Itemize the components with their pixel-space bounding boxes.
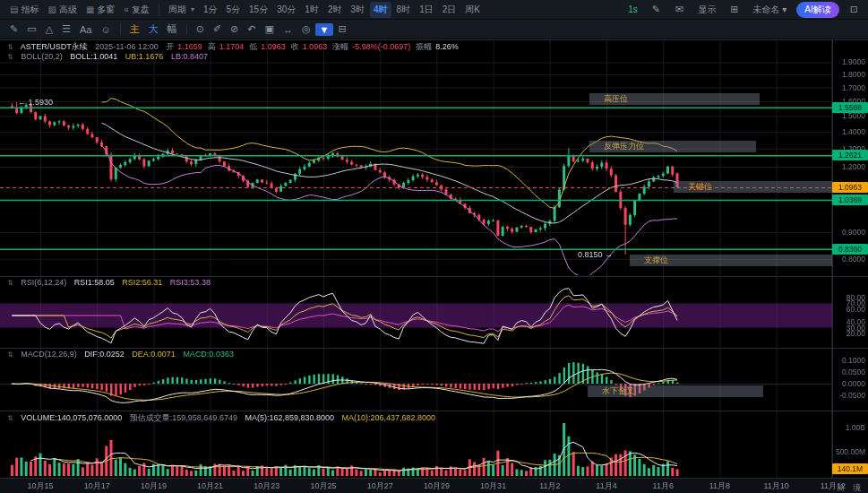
chart-canvas[interactable] bbox=[0, 0, 868, 493]
drawing-tools-group: ✎▭△☰Aa☺主大幅⊙✐⊘↶▣↔◎▼⊟ bbox=[5, 22, 351, 37]
time-axis-label: 11月10 bbox=[757, 480, 796, 492]
chevron-down-icon: ▾ bbox=[191, 5, 194, 13]
timeframe-3时[interactable]: 3时 bbox=[347, 2, 368, 18]
large-chart-button[interactable]: 大 bbox=[144, 22, 163, 37]
multi-window-button[interactable]: ▦多窗 bbox=[82, 2, 119, 18]
time-axis-label: 10月25 bbox=[304, 480, 343, 492]
trading-app: ▤指标▧高级▦多窗«复盘 周期 ▾ 1分5分15分30分1时2时3时4时8时1日… bbox=[0, 0, 868, 493]
timeframe-2时[interactable]: 2时 bbox=[324, 2, 346, 18]
replay-button[interactable]: «复盘 bbox=[119, 2, 154, 18]
annotation-水下金叉: 水下金叉 bbox=[588, 385, 763, 397]
price-marker: ← 1.5930 bbox=[18, 98, 53, 107]
timeframe-2日[interactable]: 2日 bbox=[439, 2, 460, 18]
region-button[interactable]: 境 bbox=[853, 482, 861, 493]
level-price-badge: 0.8360 bbox=[832, 244, 868, 255]
time-axis-label: 11月8 bbox=[700, 480, 739, 492]
macd-axis-label: 0.0500 bbox=[833, 368, 865, 376]
time-axis-label: 10月15 bbox=[21, 480, 60, 492]
current-price-badge: 1.0963 bbox=[832, 182, 868, 193]
time-axis-label: 11月4 bbox=[587, 480, 626, 492]
trash-icon[interactable]: ⊟ bbox=[333, 22, 350, 36]
time-axis-label: 10月27 bbox=[360, 480, 400, 492]
time-axis-label: 10月23 bbox=[247, 480, 287, 492]
lang-simplified-button[interactable]: 简 bbox=[837, 482, 845, 493]
ai-explain-button[interactable]: AI解读 bbox=[796, 2, 838, 18]
display-button[interactable]: 显示 bbox=[694, 3, 719, 17]
price-marker: 0.8150 → bbox=[578, 250, 613, 259]
layout-grid-icon[interactable]: ⊞ bbox=[726, 3, 743, 16]
volume-current-badge: 140.1M bbox=[832, 463, 868, 474]
timeframe-周K[interactable]: 周K bbox=[461, 2, 484, 18]
price-axis-label: 0.9000 bbox=[833, 228, 865, 237]
filter-icon[interactable]: ▼ bbox=[315, 23, 334, 36]
annotation-支撑位: 支撑位 bbox=[630, 255, 832, 266]
level-price-badge: 1.5588 bbox=[832, 102, 868, 113]
level-price-badge: 1.2621 bbox=[832, 150, 868, 160]
multi-window-icon: ▦ bbox=[86, 4, 94, 14]
macd-axis-label: 0.0000 bbox=[833, 379, 865, 388]
indicators-button[interactable]: ▤指标 bbox=[5, 2, 43, 18]
annotation-反弹压力位: 反弹压力位 bbox=[589, 141, 756, 152]
timeframe-1日[interactable]: 1日 bbox=[416, 2, 437, 18]
timeframe-4时[interactable]: 4时 bbox=[370, 2, 391, 18]
top-toolbar-right: 1s✎✉显示⊞未命名 ▾AI解读⊡ bbox=[624, 2, 863, 18]
price-axis-label: 1.8000 bbox=[833, 70, 865, 79]
magnet-icon[interactable]: ⊙ bbox=[192, 22, 209, 36]
panel-icon[interactable]: ▣ bbox=[261, 22, 279, 36]
message-icon[interactable]: ✉ bbox=[671, 3, 688, 16]
volume-axis-label: 500.00M bbox=[833, 447, 865, 456]
rsi-axis-label: 60.00 bbox=[833, 305, 865, 314]
timeframe-8时[interactable]: 8时 bbox=[393, 2, 415, 18]
triangle-icon[interactable]: △ bbox=[41, 22, 57, 36]
timeframe-30分[interactable]: 30分 bbox=[273, 2, 299, 18]
unnamed-layout-dropdown[interactable]: 未命名 ▾ bbox=[750, 3, 791, 17]
brush-icon[interactable]: ✐ bbox=[209, 22, 226, 36]
timeframe-1分[interactable]: 1分 bbox=[200, 2, 221, 18]
period-label: 周期 bbox=[168, 4, 186, 16]
time-axis-label: 10月19 bbox=[133, 480, 173, 492]
time-axis-label: 10月29 bbox=[417, 480, 456, 492]
period-dropdown[interactable]: 周期 ▾ bbox=[164, 2, 199, 18]
measure-icon[interactable]: ↔ bbox=[279, 23, 297, 36]
replay-button-label: 复盘 bbox=[132, 4, 150, 16]
undo-icon[interactable]: ↶ bbox=[243, 22, 260, 36]
rectangle-icon[interactable]: ▭ bbox=[22, 22, 40, 36]
interval-1s-label[interactable]: 1s bbox=[624, 4, 641, 15]
multi-window-button-label: 多窗 bbox=[97, 4, 115, 16]
macd-axis-label: 0.1000 bbox=[833, 356, 865, 365]
advanced-icon: ▧ bbox=[47, 4, 56, 14]
time-axis-label: 10月21 bbox=[191, 480, 230, 492]
main-chart-button[interactable]: 主 bbox=[125, 22, 144, 37]
price-axis-label: 1.7000 bbox=[833, 83, 865, 92]
screenshot-icon[interactable]: ⊡ bbox=[846, 3, 863, 16]
timeframe-1时[interactable]: 1时 bbox=[301, 2, 322, 18]
timeframe-group: 1分5分15分30分1时2时3时4时8时1日2日周K bbox=[199, 2, 485, 18]
advanced-button[interactable]: ▧高级 bbox=[43, 2, 81, 18]
timeframe-5分[interactable]: 5分 bbox=[223, 2, 245, 18]
top-toolbar: ▤指标▧高级▦多窗«复盘 周期 ▾ 1分5分15分30分1时2时3时4时8时1日… bbox=[0, 0, 868, 20]
time-axis-label: 11月6 bbox=[643, 480, 683, 492]
price-axis-label: 1.5000 bbox=[833, 111, 865, 120]
time-axis-label: 10月31 bbox=[474, 480, 513, 492]
eraser-icon[interactable]: ⊘ bbox=[226, 22, 243, 36]
pencil-icon[interactable]: ✎ bbox=[5, 22, 22, 36]
time-axis-label: 10月17 bbox=[77, 480, 116, 492]
indicators-button-label: 指标 bbox=[21, 4, 39, 16]
emoji-icon[interactable]: ☺ bbox=[96, 23, 115, 36]
timeframe-15分[interactable]: 15分 bbox=[245, 2, 271, 18]
advanced-button-label: 高级 bbox=[59, 4, 77, 16]
toolbar-separator bbox=[159, 4, 159, 15]
sub-chart-button[interactable]: 幅 bbox=[163, 22, 182, 37]
top-menu-group: ▤指标▧高级▦多窗«复盘 bbox=[5, 2, 154, 18]
pen-icon[interactable]: ✎ bbox=[648, 3, 665, 16]
annotation-关键位: 关键位 bbox=[674, 181, 832, 193]
text-tool-icon[interactable]: Aa bbox=[75, 23, 96, 36]
lines-icon[interactable]: ☰ bbox=[57, 22, 75, 36]
replay-icon: « bbox=[124, 4, 129, 14]
zoom-icon[interactable]: ◎ bbox=[297, 22, 315, 36]
rsi-axis-label: 20.00 bbox=[833, 329, 865, 338]
time-axis-label: 11月2 bbox=[530, 480, 570, 492]
macd-axis-label: -0.0500 bbox=[833, 391, 865, 400]
toolbar-separator bbox=[120, 24, 121, 35]
price-axis-label: 1.4000 bbox=[833, 127, 865, 136]
